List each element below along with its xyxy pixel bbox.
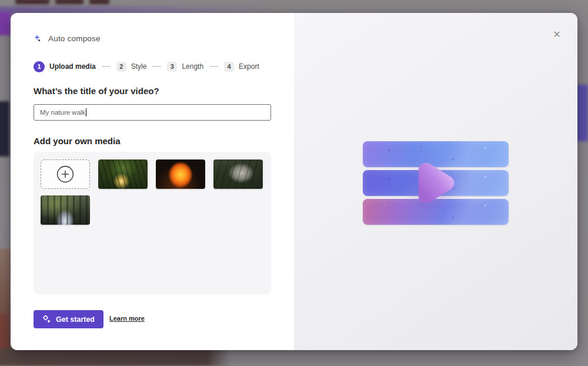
text-cursor <box>86 108 86 117</box>
learn-more-link[interactable]: Learn more <box>109 315 145 322</box>
media-thumbnail-campfire[interactable] <box>156 159 205 189</box>
step-separator <box>209 66 218 67</box>
media-thumbnail-forest-path[interactable] <box>41 195 90 225</box>
step-separator <box>102 66 111 67</box>
play-icon <box>410 151 467 215</box>
step-length[interactable]: 3 Length <box>167 62 203 72</box>
step-export[interactable]: 4 Export <box>224 62 259 72</box>
sparkle-icon <box>34 34 42 43</box>
background-bottom-brown <box>0 348 230 366</box>
dialog-header: Auto compose <box>34 34 101 43</box>
step-separator <box>152 66 161 67</box>
media-thumbnail-bird-in-forest[interactable] <box>213 159 263 189</box>
video-title-input[interactable]: My nature walk <box>34 104 271 121</box>
media-grid <box>34 152 271 294</box>
video-title-question: What’s the title of your video? <box>34 86 159 96</box>
background-navy-blob <box>0 101 9 157</box>
add-media-button[interactable] <box>41 159 90 189</box>
step-style[interactable]: 2 Style <box>116 62 147 72</box>
background-purple-square <box>0 12 11 35</box>
plus-circle-icon <box>56 165 74 183</box>
media-section-heading: Add your own media <box>34 136 121 146</box>
step-label: Upload media <box>49 62 96 71</box>
sparkle-diamonds-icon <box>42 315 51 324</box>
auto-compose-illustration <box>363 141 509 225</box>
dialog-form-panel: Auto compose 1 Upload media 2 Style 3 Le… <box>11 13 294 350</box>
step-upload-media[interactable]: 1 Upload media <box>34 61 96 72</box>
step-number-active: 1 <box>34 61 45 72</box>
step-number: 2 <box>116 62 126 72</box>
dialog-title: Auto compose <box>48 34 101 43</box>
step-number: 4 <box>224 62 234 72</box>
step-indicator: 1 Upload media 2 Style 3 Length 4 Export <box>34 61 259 72</box>
get-started-button[interactable]: Get started <box>34 310 103 328</box>
preview-panel: ✕ <box>294 13 577 350</box>
step-label: Style <box>131 62 147 71</box>
step-label: Length <box>182 62 203 71</box>
step-number: 3 <box>167 62 177 72</box>
auto-compose-dialog: Auto compose 1 Upload media 2 Style 3 Le… <box>11 13 577 350</box>
video-title-value: My nature walk <box>40 109 85 116</box>
background-smudge <box>15 0 49 4</box>
screen: Auto compose 1 Upload media 2 Style 3 Le… <box>0 0 588 366</box>
background-smudge <box>89 0 109 4</box>
background-smudge <box>55 0 83 4</box>
step-label: Export <box>239 62 259 71</box>
get-started-label: Get started <box>56 315 95 324</box>
close-icon[interactable]: ✕ <box>549 27 564 42</box>
media-thumbnail-ancient-tree[interactable] <box>98 159 148 189</box>
